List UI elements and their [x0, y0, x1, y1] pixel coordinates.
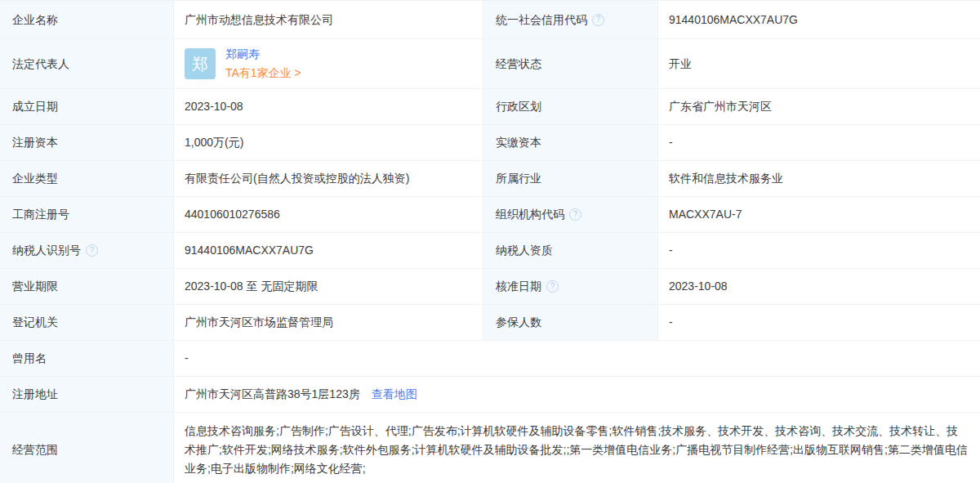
table-row: 曾用名 - — [0, 341, 979, 377]
field-value-former-name: - — [174, 341, 980, 377]
label-text: 行政区划 — [496, 98, 541, 115]
label-text: 统一社会信用代码 — [496, 11, 587, 29]
help-icon[interactable]: ? — [86, 244, 98, 257]
label-text: 核准日期 — [496, 278, 541, 295]
field-value-registration-number: 440106010276586 — [174, 197, 483, 233]
label-text: 所属行业 — [496, 170, 541, 187]
label-text: 营业期限 — [12, 278, 58, 295]
field-value-credit-code: 91440106MACXX7AU7G — [658, 1, 980, 39]
label-text: 法定代表人 — [12, 56, 69, 73]
legal-rep-avatar: 郑 — [185, 48, 216, 79]
field-label-establish-date: 成立日期 — [0, 89, 174, 125]
label-text: 注册资本 — [12, 134, 58, 151]
label-text: 组织机构代码 — [496, 206, 564, 223]
field-value-industry: 软件和信息技术服务业 — [658, 161, 980, 197]
label-text: 企业类型 — [12, 170, 58, 187]
field-label-taxpayer-qualification: 纳税人资质 — [483, 233, 658, 269]
field-label-admin-division: 行政区划 — [483, 89, 658, 125]
field-label-org-code: 组织机构代码 ? — [483, 197, 658, 233]
address-text: 广州市天河区高普路38号1层123房 — [185, 386, 360, 403]
legal-rep-companies-link[interactable]: TA有1家企业 > — [225, 65, 301, 82]
field-label-former-name: 曾用名 — [0, 341, 174, 377]
table-row: 登记机关 广州市天河区市场监督管理局 参保人数 - — [0, 305, 979, 341]
table-row: 经营范围 信息技术咨询服务;广告制作;广告设计、代理;广告发布;计算机软硬件及辅… — [0, 413, 979, 483]
field-value-business-scope: 信息技术咨询服务;广告制作;广告设计、代理;广告发布;计算机软硬件及辅助设备零售… — [174, 413, 980, 483]
label-text: 经营范围 — [12, 441, 58, 458]
label-text: 参保人数 — [496, 314, 541, 331]
field-value-registration-authority: 广州市天河区市场监督管理局 — [174, 305, 483, 341]
table-row: 注册地址 广州市天河区高普路38号1层123房 查看地图 — [0, 377, 979, 413]
table-row: 注册资本 1,000万(元) 实缴资本 - — [0, 125, 979, 161]
field-label-registration-authority: 登记机关 — [0, 305, 174, 341]
label-text: 实缴资本 — [496, 134, 541, 151]
field-value-company-type: 有限责任公司(自然人投资或控股的法人独资) — [174, 161, 483, 197]
business-scope-text: 信息技术咨询服务;广告制作;广告设计、代理;广告发布;计算机软硬件及辅助设备零售… — [185, 422, 969, 478]
table-row: 成立日期 2023-10-08 行政区划 广东省广州市天河区 — [0, 89, 979, 125]
field-value-establish-date: 2023-10-08 — [174, 89, 483, 125]
label-text: 纳税人识别号 — [12, 242, 81, 259]
field-value-operating-status: 开业 — [658, 39, 980, 89]
field-value-registered-capital: 1,000万(元) — [174, 125, 483, 161]
field-label-operating-status: 经营状态 — [483, 39, 658, 89]
help-icon[interactable]: ? — [592, 14, 604, 26]
field-label-registered-address: 注册地址 — [0, 377, 174, 413]
field-label-insured-count: 参保人数 — [483, 305, 658, 341]
company-info-table: 企业名称 广州市动想信息技术有限公司 统一社会信用代码 ? 91440106MA… — [0, 0, 980, 483]
label-text: 经营状态 — [496, 56, 541, 73]
field-label-credit-code: 统一社会信用代码 ? — [483, 1, 658, 39]
field-value-approval-date: 2023-10-08 — [658, 269, 980, 305]
table-row: 纳税人识别号 ? 91440106MACXX7AU7G 纳税人资质 - — [0, 233, 979, 269]
field-label-paid-in-capital: 实缴资本 — [483, 125, 658, 161]
field-label-company-name: 企业名称 — [0, 1, 174, 39]
table-row: 营业期限 2023-10-08 至 无固定期限 核准日期 ? 2023-10-0… — [0, 269, 979, 305]
field-value-org-code: MACXX7AU-7 — [658, 197, 980, 233]
field-value-registered-address: 广州市天河区高普路38号1层123房 查看地图 — [174, 377, 980, 413]
label-text: 曾用名 — [12, 350, 47, 367]
view-map-link[interactable]: 查看地图 — [372, 386, 417, 403]
field-value-taxpayer-id: 91440106MACXX7AU7G — [174, 233, 483, 269]
legal-rep-name-link[interactable]: 郑嗣寿 — [225, 46, 301, 63]
label-text: 工商注册号 — [12, 206, 69, 223]
field-value-legal-rep: 郑 郑嗣寿 TA有1家企业 > — [174, 39, 483, 89]
field-label-legal-rep: 法定代表人 — [0, 39, 174, 89]
field-label-industry: 所属行业 — [483, 161, 658, 197]
table-row: 工商注册号 440106010276586 组织机构代码 ? MACXX7AU-… — [0, 197, 979, 233]
field-label-registration-number: 工商注册号 — [0, 197, 174, 233]
help-icon[interactable]: ? — [569, 208, 581, 221]
table-row: 企业类型 有限责任公司(自然人投资或控股的法人独资) 所属行业 软件和信息技术服… — [0, 161, 979, 197]
field-label-business-term: 营业期限 — [0, 269, 174, 305]
field-value-taxpayer-qualification: - — [658, 233, 980, 269]
field-label-approval-date: 核准日期 ? — [483, 269, 658, 305]
field-label-business-scope: 经营范围 — [0, 413, 174, 483]
field-value-business-term: 2023-10-08 至 无固定期限 — [174, 269, 483, 305]
field-value-company-name: 广州市动想信息技术有限公司 — [174, 1, 483, 39]
field-label-registered-capital: 注册资本 — [0, 125, 174, 161]
table-row: 企业名称 广州市动想信息技术有限公司 统一社会信用代码 ? 91440106MA… — [0, 1, 979, 39]
field-label-taxpayer-id: 纳税人识别号 ? — [0, 233, 174, 269]
label-text: 注册地址 — [12, 386, 58, 403]
field-label-company-type: 企业类型 — [0, 161, 174, 197]
label-text: 登记机关 — [12, 314, 58, 331]
label-text: 纳税人资质 — [496, 242, 553, 259]
table-row: 法定代表人 郑 郑嗣寿 TA有1家企业 > 经营状态 开业 — [0, 39, 979, 89]
field-value-admin-division: 广东省广州市天河区 — [658, 89, 980, 125]
field-value-insured-count: - — [658, 305, 980, 341]
help-icon[interactable]: ? — [546, 280, 559, 293]
label-text: 成立日期 — [12, 98, 58, 115]
field-value-paid-in-capital: - — [658, 125, 980, 161]
label-text: 企业名称 — [12, 11, 58, 29]
